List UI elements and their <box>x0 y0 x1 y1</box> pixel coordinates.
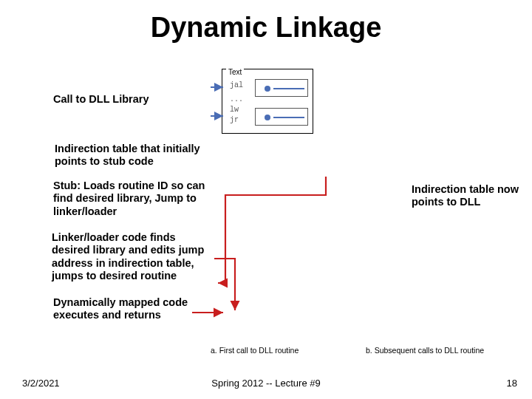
footer-page: 18 <box>507 378 517 389</box>
code-header: Text <box>226 68 244 76</box>
label-call-to-dll: Call to DLL Library <box>53 93 201 106</box>
code-indir-box-2 <box>255 108 308 126</box>
label-dynamic-mapped: Dynamically mapped code executes and ret… <box>53 296 216 322</box>
label-indirection-table: Indirection table that initially points … <box>55 143 217 168</box>
code-line-1: jal <box>230 81 243 89</box>
code-block: Text jal ... lw jr <box>222 69 313 134</box>
code-line-2: ... <box>230 95 243 103</box>
slide-title: Dynamic Linkage <box>0 0 532 44</box>
label-linker-loader: Linker/loader code finds desired library… <box>52 231 214 283</box>
code-indir-box-1 <box>255 79 308 97</box>
code-line-3: lw <box>230 106 239 114</box>
code-line-4: jr <box>230 116 239 124</box>
caption-a: a. First call to DLL routine <box>211 346 299 355</box>
label-stub: Stub: Loads routine ID so can find desir… <box>53 180 208 218</box>
footer-lecture: Spring 2012 -- Lecture #9 <box>0 378 532 389</box>
label-indirection-now-dll: Indirection table now points to DLL <box>412 183 522 209</box>
caption-b: b. Subsequent calls to DLL routine <box>366 346 484 355</box>
